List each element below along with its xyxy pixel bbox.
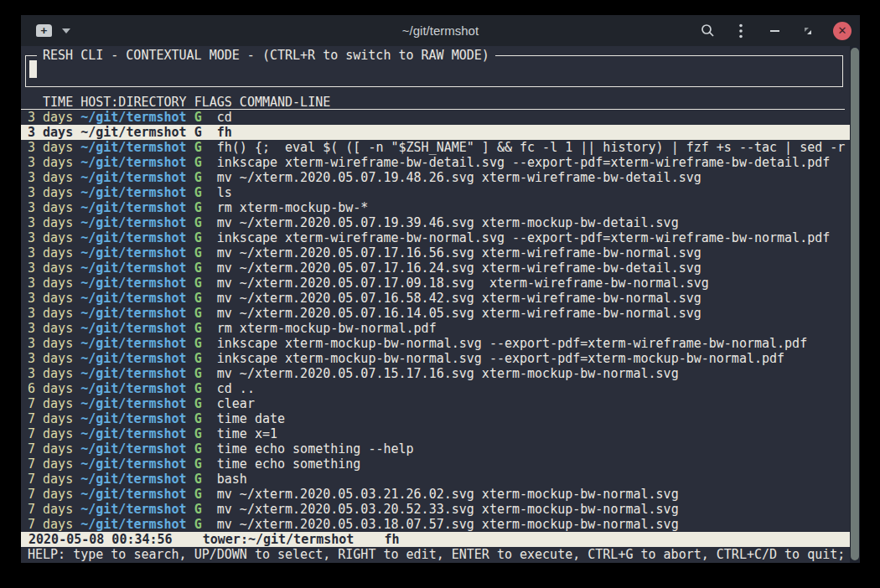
history-table-header: TIME HOST:DIRECTORY FLAGS COMMAND-LINE (21, 95, 845, 110)
search-box[interactable]: RESH CLI - CONTEXTUAL MODE - (CTRL+R to … (25, 55, 843, 87)
search-box-title: RESH CLI - CONTEXTUAL MODE - (CTRL+R to … (37, 48, 495, 63)
history-row[interactable]: 3 days ~/git/termshot G cd (21, 110, 850, 125)
history-row[interactable]: 7 days ~/git/termshot G time echo someth… (21, 456, 850, 472)
history-row[interactable]: 7 days ~/git/termshot G time x=1 (21, 426, 850, 441)
history-row[interactable]: 7 days ~/git/termshot G bash (21, 472, 850, 487)
restore-button[interactable] (800, 23, 816, 39)
status-bar: 2020-05-08 00:34:56 tower:~/git/termshot… (21, 532, 850, 547)
search-icon[interactable] (699, 23, 716, 39)
terminal-window: ~/git/termshot ✕ RESH CLI - CONTEXTUAL M… (21, 15, 860, 563)
close-button[interactable]: ✕ (833, 22, 852, 40)
history-row[interactable]: 3 days ~/git/termshot G inkscape xterm-w… (21, 230, 850, 245)
history-row[interactable]: 3 days ~/git/termshot G mv ~/xterm.2020.… (21, 245, 850, 260)
history-row[interactable]: 3 days ~/git/termshot G mv ~/xterm.2020.… (21, 260, 850, 276)
scrollbar-thumb[interactable] (851, 48, 859, 560)
terminal-screen: RESH CLI - CONTEXTUAL MODE - (CTRL+R to … (21, 46, 860, 563)
history-row[interactable]: 3 days ~/git/termshot G mv ~/xterm.2020.… (21, 366, 850, 381)
history-row[interactable]: 7 days ~/git/termshot G time date (21, 411, 850, 426)
history-row[interactable]: 3 days ~/git/termshot G mv ~/xterm.2020.… (21, 276, 850, 291)
history-row[interactable]: 3 days ~/git/termshot G rm xterm-mockup-… (21, 200, 850, 215)
history-row[interactable]: 3 days ~/git/termshot G ls (21, 185, 850, 200)
history-row[interactable]: 3 days ~/git/termshot G fh() {; eval $( … (21, 140, 850, 155)
history-row[interactable]: 7 days ~/git/termshot G mv ~/xterm.2020.… (21, 502, 850, 517)
history-row[interactable]: 3 days ~/git/termshot G fh (21, 125, 850, 140)
history-row[interactable]: 3 days ~/git/termshot G mv ~/xterm.2020.… (21, 215, 850, 230)
history-row[interactable]: 7 days ~/git/termshot G mv ~/xterm.2020.… (21, 517, 850, 532)
history-row[interactable]: 3 days ~/git/termshot G mv ~/xterm.2020.… (21, 170, 850, 185)
close-icon: ✕ (838, 25, 847, 36)
menu-kebab-icon[interactable] (732, 23, 749, 39)
history-row[interactable]: 6 days ~/git/termshot G cd .. (21, 381, 850, 396)
history-row[interactable]: 3 days ~/git/termshot G rm xterm-mockup-… (21, 321, 850, 336)
scrollbar-track[interactable] (850, 46, 860, 563)
history-row[interactable]: 3 days ~/git/termshot G mv ~/xterm.2020.… (21, 291, 850, 306)
history-row[interactable]: 3 days ~/git/termshot G inkscape xterm-w… (21, 155, 850, 170)
history-row[interactable]: 3 days ~/git/termshot G inkscape xterm-m… (21, 336, 850, 351)
minimize-button[interactable] (766, 23, 783, 39)
titlebar: ~/git/termshot ✕ (21, 15, 860, 46)
history-row[interactable]: 3 days ~/git/termshot G mv ~/xterm.2020.… (21, 306, 850, 321)
history-row[interactable]: 3 days ~/git/termshot G inkscape xterm-m… (21, 351, 850, 366)
history-row[interactable]: 7 days ~/git/termshot G time echo someth… (21, 441, 850, 456)
history-row[interactable]: 7 days ~/git/termshot G mv ~/xterm.2020.… (21, 487, 850, 502)
help-line: HELP: type to search, UP/DOWN to select,… (21, 547, 850, 562)
history-row[interactable]: 7 days ~/git/termshot G clear (21, 396, 850, 411)
text-cursor (29, 60, 37, 78)
history-list: 3 days ~/git/termshot G cd3 days ~/git/t… (21, 110, 850, 532)
